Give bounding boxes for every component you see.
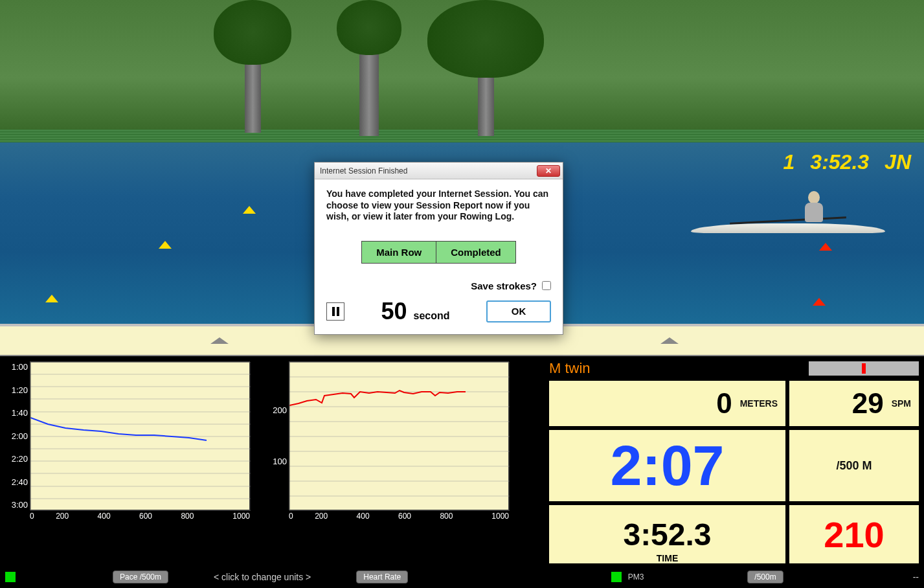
buoy-yellow (243, 206, 256, 214)
charts-panel: 1:00 1:20 1:40 2:00 2:20 2:40 3:00 (0, 356, 544, 588)
session-finished-dialog: Internet Session Finished ✕ You have com… (314, 162, 563, 335)
dialog-titlebar[interactable]: Internet Session Finished ✕ (315, 163, 563, 179)
pause-button[interactable] (326, 302, 344, 321)
dialog-title: Internet Session Finished (320, 166, 537, 175)
pace-value: 2:07 (610, 433, 724, 499)
time-label: TIME (657, 553, 678, 563)
stats-panel: M twin 0 METERS 29 SPM 2:07 /500 M 3:52.… (544, 356, 924, 588)
main-row-button[interactable]: Main Row (361, 241, 436, 264)
hr-box: 210 (789, 505, 919, 563)
pace-chart-xlabels: 0 200 400 600 800 1000 (30, 512, 250, 521)
spm-value: 29 (852, 387, 884, 420)
tree (337, 0, 401, 136)
close-icon: ✕ (545, 166, 552, 175)
meters-label: METERS (740, 398, 778, 409)
buoy-red (813, 298, 826, 306)
position-indicator (809, 361, 919, 376)
time-value: 3:52.3 (623, 517, 711, 552)
hr-chart: 200 100 (289, 361, 509, 510)
units-hint[interactable]: < click to change units > (214, 572, 311, 582)
arrow-up-icon[interactable] (210, 337, 229, 344)
hr-value: 210 (824, 514, 884, 556)
hr-chart-svg (289, 362, 510, 511)
rower-avatar (691, 181, 885, 233)
pace-chart-ylabels: 1:00 1:20 1:40 2:00 2:20 2:40 3:00 (6, 362, 28, 510)
session-title: M twin (549, 360, 804, 377)
hud-overlay: 1 3:52.3 JN (783, 150, 911, 174)
tree (427, 0, 544, 136)
close-button[interactable]: ✕ (537, 165, 560, 177)
pace-chart-svg (30, 362, 251, 511)
arrow-up-icon[interactable] (660, 337, 679, 344)
hud-initials: JN (885, 150, 911, 174)
bottom-dash: -- (913, 572, 919, 582)
countdown: 50 second (381, 298, 449, 325)
pace-box: 2:07 (549, 430, 785, 501)
hr-chart-ylabels: 200 100 (265, 362, 287, 510)
save-strokes-label: Save strokes? (471, 280, 537, 291)
status-indicator-right (611, 572, 622, 582)
hud-time: 3:52.3 (810, 150, 869, 174)
meters-value: 0 (716, 387, 732, 420)
buoy-yellow (159, 241, 172, 249)
pace-chart: 1:00 1:20 1:40 2:00 2:20 2:40 3:00 (30, 361, 250, 510)
tree (214, 0, 291, 133)
status-indicator-left (5, 572, 16, 582)
time-box: 3:52.3 TIME (549, 505, 785, 563)
buoy-red (819, 243, 832, 251)
hr-button[interactable]: Heart Rate (356, 571, 408, 583)
per500-button[interactable]: /500m (747, 571, 783, 583)
countdown-value: 50 (381, 298, 407, 325)
buoy-yellow (45, 295, 58, 302)
pause-icon (332, 307, 339, 316)
countdown-unit: second (414, 310, 450, 322)
dialog-message: You have completed your Internet Session… (326, 188, 551, 223)
completed-button[interactable]: Completed (436, 241, 516, 264)
hr-chart-xlabels: 0 200 400 600 800 1000 (289, 512, 509, 521)
indicator-tick (862, 363, 866, 374)
pace-unit-box: /500 M (789, 430, 919, 501)
pm-label: PM3 (628, 572, 644, 582)
ok-button[interactable]: OK (486, 300, 551, 322)
bottom-bar: Pace /500m < click to change units > Hea… (0, 569, 924, 585)
spm-label: SPM (892, 398, 911, 409)
spm-box: 29 SPM (789, 381, 919, 426)
hud-position: 1 (783, 150, 795, 174)
pace-label: /500 M (836, 459, 872, 473)
pace-units-button[interactable]: Pace /500m (113, 571, 168, 583)
meters-box: 0 METERS (549, 381, 785, 426)
save-strokes-checkbox[interactable] (542, 281, 551, 290)
